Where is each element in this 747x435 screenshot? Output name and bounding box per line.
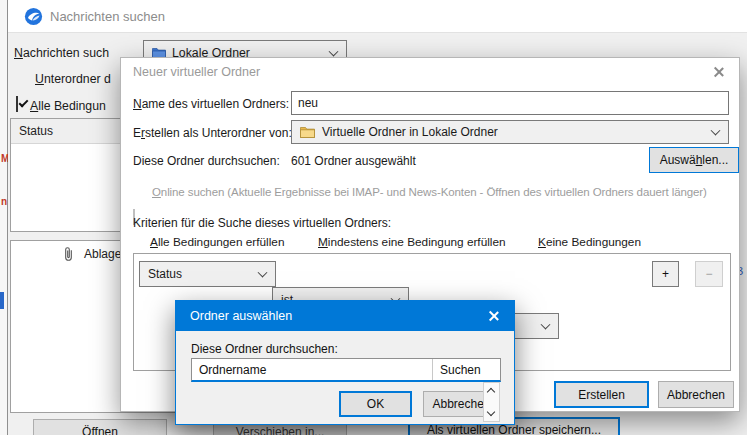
- yellow-folder-icon: [300, 126, 315, 138]
- mini-scrollbar[interactable]: [483, 382, 500, 422]
- ok-button-label: OK: [367, 397, 384, 411]
- criteria-heading: Kriterien für die Suche dieses virtuelle…: [133, 216, 391, 230]
- edge-text-fragment: n: [1, 196, 7, 207]
- background-window-sliver: M n: [0, 0, 8, 435]
- online-search-label: Online suchen (Aktuelle Ergebnisse bei I…: [152, 186, 707, 198]
- folder-name-value: neu: [298, 96, 318, 110]
- dialog-title: Neuer virtueller Ordner: [133, 65, 260, 79]
- radio-all-conditions-label: Alle Bedingungen erfüllen: [150, 235, 284, 249]
- cancel-button-label: Abbrechen: [667, 388, 725, 402]
- edge-blue-fragment: [0, 292, 4, 309]
- parent-folder-dropdown[interactable]: Virtuelle Ordner in Lokale Ordner: [291, 120, 729, 144]
- move-to-button-label: Verschieben in...: [236, 425, 325, 435]
- window-titlebar[interactable]: Nachrichten suchen: [8, 0, 747, 33]
- status-column-label: Status: [19, 124, 53, 138]
- select-folder-dialog: Ordner auswählen Diese Ordner durchsuche…: [175, 300, 515, 425]
- minus-icon: −: [705, 267, 712, 281]
- scroll-up-icon[interactable]: [487, 388, 495, 396]
- create-button-label: Erstellen: [578, 388, 625, 402]
- search-in-label: Nachrichten such: [14, 46, 109, 60]
- condition-attribute-dropdown[interactable]: Status: [139, 261, 276, 287]
- chevron-down-icon: [541, 320, 551, 330]
- open-button[interactable]: Öffnen: [33, 419, 167, 435]
- chevron-down-icon: [329, 46, 339, 56]
- remove-condition-button[interactable]: −: [695, 261, 723, 287]
- open-button-label: Öffnen: [82, 425, 118, 435]
- choose-folders-button[interactable]: Auswählen...: [649, 147, 739, 173]
- window-title: Nachrichten suchen: [50, 9, 165, 24]
- screen: M n Nachrichten suchen Nachrichten such: [0, 0, 747, 435]
- create-button[interactable]: Erstellen: [554, 381, 649, 408]
- condition-attribute-value: Status: [148, 267, 182, 281]
- match-all-radio-label: Alle Bedingun: [30, 99, 106, 113]
- search-folders-label: Diese Ordner durchsuchen:: [191, 342, 338, 356]
- parent-folder-value: Virtuelle Ordner in Lokale Ordner: [322, 125, 498, 139]
- subfolder-checkbox[interactable]: [16, 96, 18, 112]
- parent-folder-label: Erstellen als Unterordner von:: [133, 126, 292, 140]
- subfolder-checkbox-label: Unterordner d: [35, 72, 111, 86]
- scroll-down-icon[interactable]: [487, 408, 495, 416]
- add-condition-button[interactable]: +: [652, 261, 679, 287]
- chevron-down-icon: [711, 126, 721, 136]
- radio-no-conditions-label: Keine Bedingungen: [538, 235, 641, 249]
- dialog-title: Ordner auswählen: [190, 309, 292, 323]
- folder-name-input[interactable]: neu: [291, 91, 729, 115]
- name-label: Name des virtuellen Ordners:: [133, 97, 289, 111]
- thunderbird-logo-icon: [24, 7, 43, 26]
- folder-search-panel: Ordnername Suchen: [191, 358, 501, 382]
- panel-divider: [432, 359, 433, 380]
- checkmark-icon: [19, 98, 29, 108]
- dialog-titlebar[interactable]: Ordner auswählen: [176, 301, 514, 331]
- radio-any-condition-label: Mindestens eine Bedingung erfüllen: [318, 235, 506, 249]
- folder-name-input[interactable]: Ordnername: [199, 363, 266, 377]
- cancel-button-label: Abbrechen: [432, 397, 490, 411]
- folders-to-search-label: Diese Ordner durchsuchen:: [133, 154, 280, 168]
- chevron-down-icon: [258, 268, 268, 278]
- ok-button[interactable]: OK: [339, 391, 412, 417]
- paperclip-icon: [63, 246, 74, 262]
- folders-selected-count: 601 Ordner ausgewählt: [291, 154, 416, 168]
- search-button[interactable]: Suchen: [440, 363, 481, 377]
- plus-icon: +: [662, 267, 669, 281]
- cancel-button[interactable]: Abbrechen: [658, 381, 734, 408]
